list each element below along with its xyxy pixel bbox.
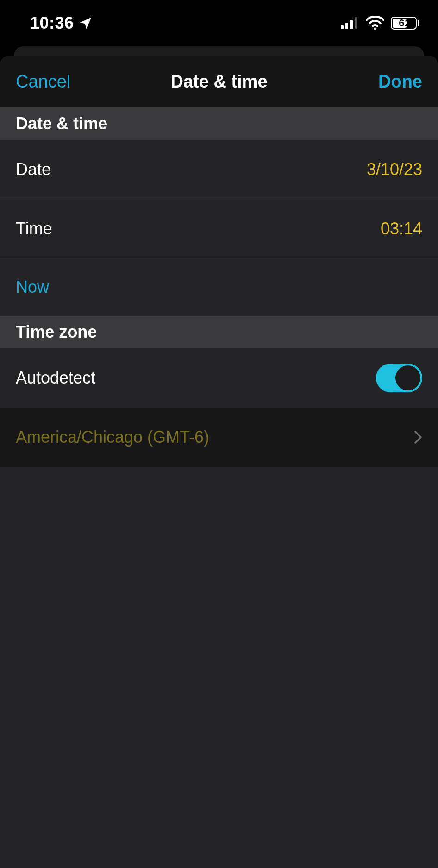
done-button[interactable]: Done	[378, 72, 422, 92]
now-label: Now	[16, 277, 49, 297]
location-icon	[79, 16, 93, 30]
background-sheet-peek	[14, 46, 424, 56]
status-time: 10:36	[30, 13, 74, 33]
svg-rect-3	[355, 17, 357, 29]
date-label: Date	[16, 160, 51, 179]
cancel-button[interactable]: Cancel	[16, 72, 70, 92]
time-value: 03:14	[381, 219, 422, 239]
timezone-value: America/Chicago (GMT-6)	[16, 428, 209, 447]
date-value: 3/10/23	[367, 160, 422, 179]
autodetect-row: Autodetect	[0, 348, 438, 408]
time-label: Time	[16, 219, 52, 239]
section-header-datetime: Date & time	[0, 107, 438, 140]
svg-rect-0	[341, 25, 344, 29]
wifi-icon	[366, 16, 384, 30]
modal-sheet: Cancel Date & time Done Date & time Date…	[0, 56, 438, 868]
time-row[interactable]: Time 03:14	[0, 199, 438, 258]
chevron-right-icon	[414, 430, 422, 444]
autodetect-toggle[interactable]	[376, 364, 422, 392]
status-left: 10:36	[30, 13, 93, 33]
toggle-knob	[395, 365, 420, 390]
content-fill	[0, 467, 438, 868]
status-bar: 10:36 62	[0, 0, 438, 46]
section-header-timezone: Time zone	[0, 316, 438, 348]
now-button-row[interactable]: Now	[0, 258, 438, 316]
battery-percent: 62	[392, 17, 418, 29]
svg-rect-1	[345, 23, 348, 29]
svg-point-4	[374, 27, 376, 30]
battery-icon: 62	[391, 17, 419, 30]
date-row[interactable]: Date 3/10/23	[0, 140, 438, 199]
svg-rect-2	[350, 20, 353, 29]
timezone-row[interactable]: America/Chicago (GMT-6)	[0, 408, 438, 467]
cellular-icon	[341, 17, 359, 29]
status-right: 62	[341, 16, 419, 30]
autodetect-label: Autodetect	[16, 368, 95, 388]
nav-bar: Cancel Date & time Done	[0, 56, 438, 107]
